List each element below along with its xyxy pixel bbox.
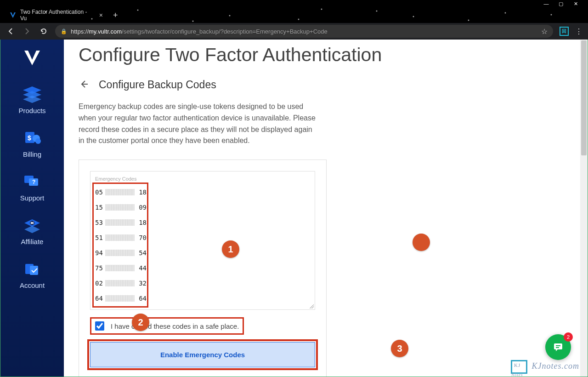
app-area: Products $ Billing ? Support (0, 40, 588, 377)
new-tab-button[interactable]: + (113, 11, 118, 20)
support-icon: ? (20, 173, 44, 190)
description-text: Emergency backup codes are single-use to… (79, 101, 317, 147)
sidebar-item-label: Products (18, 107, 45, 114)
tab-title: Two Factor Authentication - Vu (20, 9, 94, 22)
sub-header: Configure Backup Codes (79, 79, 569, 91)
browser-tab-bar: Two Factor Authentication - Vu × + (0, 7, 588, 23)
forward-button[interactable] (22, 26, 32, 36)
code-redacted (105, 189, 135, 195)
sidebar-item-affiliate[interactable]: Affiliate (0, 210, 64, 254)
code-line: 0518 (95, 184, 310, 200)
watermark-icon (511, 360, 527, 374)
browser-menu-icon[interactable]: ⋮ (575, 27, 582, 36)
code-start: 94 (95, 249, 105, 257)
code-end: 44 (136, 264, 147, 272)
svg-text:?: ? (32, 179, 35, 185)
code-redacted (105, 234, 135, 241)
url-host: my.vultr.com (89, 28, 122, 35)
code-redacted (105, 250, 135, 256)
vultr-favicon-icon (9, 11, 17, 19)
sidebar: Products $ Billing ? Support (0, 40, 64, 377)
code-redacted (105, 204, 135, 211)
code-list: 05181509531851709454754402326464 (95, 184, 310, 306)
svg-rect-17 (554, 343, 562, 349)
code-end: 70 (136, 234, 147, 241)
sidebar-item-support[interactable]: ? Support (0, 166, 64, 210)
code-line: 0232 (95, 275, 310, 291)
resize-handle-icon[interactable] (309, 304, 314, 308)
emergency-codes-box[interactable]: Emergency Codes 051815095318517094547544… (90, 171, 315, 310)
svg-marker-14 (24, 226, 40, 233)
lock-icon: 🔒 (61, 29, 67, 34)
codes-panel: Emergency Codes 051815095318517094547544… (79, 160, 327, 377)
confirm-checkbox-row: I have copied these codes in a safe plac… (90, 317, 244, 335)
tab-close-icon[interactable]: × (99, 11, 103, 19)
annotation-badge-2: 2 (132, 314, 149, 331)
window-close-icon[interactable]: ✕ (572, 0, 579, 7)
chat-badge-count: 2 (564, 332, 573, 342)
code-start: 75 (95, 264, 105, 272)
sidebar-item-label: Support (20, 194, 45, 202)
extension-icon[interactable]: 回 (560, 27, 569, 36)
sidebar-item-label: Account (20, 281, 45, 289)
affiliate-icon (20, 217, 44, 234)
url-scheme: https:// (71, 28, 89, 35)
annotation-badge-3: 3 (391, 340, 408, 357)
bookmark-star-icon[interactable]: ☆ (541, 27, 548, 36)
codes-box-label: Emergency Codes (95, 176, 310, 182)
confirm-checkbox-label: I have copied these codes in a safe plac… (111, 322, 239, 330)
code-end: 18 (136, 188, 147, 196)
code-end: 18 (136, 219, 147, 226)
annotation-badge-1: 1 (222, 240, 239, 258)
sidebar-item-label: Billing (23, 150, 41, 158)
code-start: 15 (95, 204, 105, 211)
code-line: 7544 (95, 260, 310, 275)
code-redacted (105, 295, 135, 302)
back-button[interactable] (6, 26, 16, 36)
code-line: 6464 (95, 291, 310, 306)
code-redacted (105, 280, 135, 286)
window-minimize-icon[interactable]: — (543, 0, 549, 7)
page-subtitle: Configure Backup Codes (99, 79, 216, 91)
code-line: 5170 (95, 230, 310, 245)
sidebar-item-account[interactable]: Account (0, 254, 64, 297)
svg-marker-1 (24, 51, 40, 65)
code-start: 53 (95, 219, 105, 226)
watermark-text: KJnotes.com (532, 361, 579, 371)
sidebar-item-billing[interactable]: $ Billing (0, 123, 64, 166)
chat-fab-button[interactable]: 2 (545, 334, 571, 360)
main-content: Configure Two Factor Authentication Conf… (64, 40, 588, 377)
svg-point-8 (35, 138, 41, 144)
sidebar-item-label: Affiliate (21, 238, 44, 246)
billing-icon: $ (20, 129, 44, 147)
code-redacted (105, 219, 135, 226)
code-end: 09 (136, 204, 147, 211)
code-start: 64 (95, 295, 105, 302)
svg-marker-18 (556, 349, 558, 351)
browser-tab[interactable]: Two Factor Authentication - Vu × (6, 6, 107, 24)
code-end: 64 (136, 295, 147, 302)
back-arrow-icon[interactable] (79, 79, 89, 91)
enable-emergency-codes-button[interactable]: Enable Emergency Codes (90, 342, 315, 367)
svg-marker-0 (10, 12, 16, 18)
url-input[interactable]: 🔒 https://my.vultr.com/settings/twofacto… (55, 25, 553, 38)
code-start: 05 (95, 188, 105, 196)
vultr-logo-icon[interactable] (23, 49, 42, 68)
sidebar-item-products[interactable]: Products (0, 79, 64, 123)
scrollbar-track[interactable] (580, 40, 588, 377)
url-path: /settings/twofactor/configure_backup/?de… (122, 28, 328, 35)
code-line: 1509 (95, 200, 310, 215)
code-end: 32 (136, 280, 147, 287)
scrollbar-thumb[interactable] (581, 40, 587, 155)
svg-text:$: $ (28, 134, 31, 142)
window-maximize-icon[interactable]: ▢ (558, 0, 564, 7)
code-line: 5318 (95, 215, 310, 230)
page-title: Configure Two Factor Authentication (79, 44, 569, 66)
watermark: KJnotes.com (511, 360, 579, 374)
svg-marker-4 (23, 96, 41, 103)
code-line: 9454 (95, 245, 310, 260)
reload-button[interactable] (39, 26, 49, 36)
browser-address-bar: 🔒 https://my.vultr.com/settings/twofacto… (0, 23, 588, 40)
code-redacted (105, 265, 135, 271)
confirm-checkbox[interactable] (95, 321, 104, 331)
